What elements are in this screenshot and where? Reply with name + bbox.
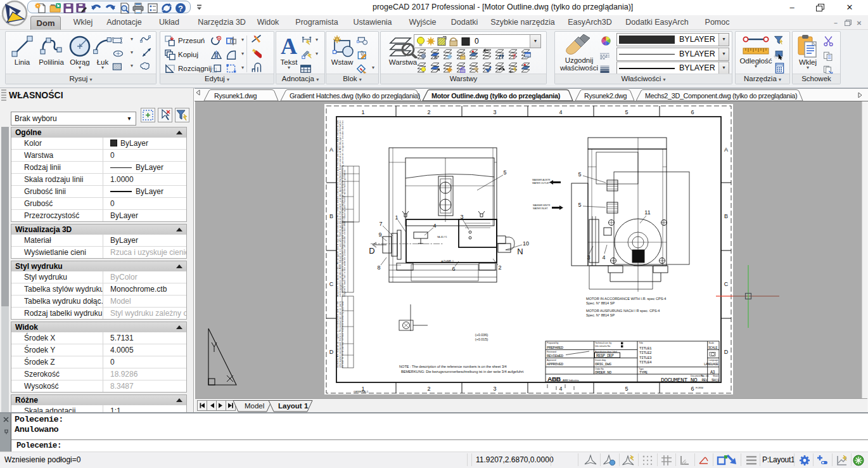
svg-text:Type: Type	[639, 368, 644, 370]
svg-text:11: 11	[644, 209, 650, 216]
svg-text:Motor Outline.dwg (tylko do pr: Motor Outline.dwg (tylko do przeglądania…	[431, 92, 561, 100]
svg-text:5: 5	[625, 109, 628, 115]
svg-text:9: 9	[378, 231, 381, 238]
svg-text:C: C	[329, 281, 334, 287]
svg-text:4: 4	[602, 254, 605, 261]
svg-text:Sheet: Sheet	[713, 375, 718, 377]
svg-text:WATER INLET: WATER INLET	[533, 207, 549, 210]
svg-text:D: D	[724, 349, 729, 355]
svg-text:(+0.015): (+0.015)	[475, 337, 488, 341]
svg-text:9A.4D.Y1: 9A.4D.Y1	[437, 236, 447, 238]
svg-text:RESP_DEP: RESP_DEP	[596, 354, 614, 358]
svg-text:5: 5	[578, 202, 581, 208]
svg-text:C: C	[724, 281, 729, 287]
svg-text:SCALE: SCALE	[708, 346, 717, 350]
svg-text:Layout 1: Layout 1	[278, 402, 309, 410]
svg-text:Mechs2_3D_Component.dwg (tylko: Mechs2_3D_Component.dwg (tylko do przegl…	[645, 92, 797, 100]
svg-text:Scale: Scale	[709, 342, 715, 344]
svg-text:A: A	[329, 146, 333, 153]
svg-text:ORIG_DWG: ORIG_DWG	[595, 362, 611, 367]
svg-text:2: 2	[498, 264, 501, 271]
svg-text:REVIEWED: REVIEWED	[547, 354, 563, 358]
svg-text:WASSER AUSTR: WASSER AUSTR	[532, 179, 551, 181]
svg-text:B: B	[724, 213, 728, 219]
svg-text:3: 3	[493, 109, 496, 115]
svg-text:1: 1	[361, 109, 364, 115]
svg-text:BEMERKUNG: Die bezugsnummerbes: BEMERKUNG: Die bezugsnummerbeschreibung …	[401, 370, 524, 374]
svg-text:Prepared by: Prepared by	[547, 342, 559, 344]
svg-text:LANGUAGE: LANGUAGE	[704, 363, 718, 367]
svg-text:WASSER EINTR: WASSER EINTR	[533, 204, 551, 207]
svg-text:6: 6	[691, 386, 694, 392]
svg-text:Gradient Hatches.dwg (tylko do: Gradient Hatches.dwg (tylko do przegląda…	[290, 92, 420, 100]
svg-text:TYPE: TYPE	[639, 370, 648, 375]
svg-text:Approved: Approved	[547, 359, 556, 361]
svg-text:NOTE : The description of the: NOTE : The description of the reference …	[399, 365, 507, 368]
svg-text:Language: Language	[709, 359, 718, 361]
svg-text:Order No: Order No	[595, 368, 604, 370]
svg-text:4: 4	[433, 223, 436, 229]
svg-text:Reviewed: Reviewed	[547, 351, 556, 353]
svg-text:2: 2	[427, 109, 430, 115]
svg-text:3: 3	[460, 214, 463, 220]
svg-text:5: 5	[625, 386, 628, 392]
svg-text:N: N	[517, 247, 523, 256]
svg-text:Model: Model	[245, 402, 264, 410]
svg-text:A: A	[724, 146, 728, 153]
svg-text:Drawn dwg.: Drawn dwg.	[595, 359, 606, 361]
svg-text:Rysunek1.dwg: Rysunek1.dwg	[214, 92, 257, 100]
svg-text:thereof to third parties witho: thereof to third parties without express…	[341, 301, 344, 368]
svg-text:D: D	[369, 246, 374, 256]
svg-text:ORDER_NO: ORDER_NO	[595, 370, 611, 375]
svg-text:DOCUMENT_NO: DOCUMENT_NO	[661, 377, 698, 384]
svg-text:A3: A3	[710, 370, 715, 375]
svg-text:TITLE3: TITLE3	[639, 356, 652, 360]
svg-text:MOTOR AUSFURUNG NACH I R spec: MOTOR AUSFURUNG NACH I R spec. CPS-4	[586, 309, 660, 313]
svg-text:ABB Industria: ABB Industria	[563, 379, 579, 382]
svg-text:Rev. ind.: Rev. ind.	[701, 375, 709, 377]
svg-text:ABB: ABB	[547, 376, 561, 382]
svg-text:3: 3	[587, 254, 590, 261]
svg-text:Spec. N° 8814 SP: Spec. N° 8814 SP	[586, 313, 615, 317]
svg-text:?: ?	[178, 4, 183, 13]
svg-text:Info remarks No: Info remarks No	[595, 345, 610, 348]
svg-text:4: 4	[559, 386, 562, 392]
svg-text:7: 7	[379, 221, 382, 227]
svg-text:SH(1: SH(1	[712, 378, 720, 382]
svg-text:MOTOR IN ACCORDANCE WITH I.R.: MOTOR IN ACCORDANCE WITH I.R. spec CPS-4	[586, 297, 666, 301]
svg-text:6: 6	[452, 266, 455, 272]
svg-text:GENERAL1: GENERAL1	[354, 390, 369, 393]
svg-text:5: 5	[578, 171, 581, 178]
svg-text:2: 2	[427, 386, 430, 392]
svg-text:4: 4	[559, 109, 562, 115]
svg-text:⊕2xM6 ▯: ⊕2xM6 ▯	[441, 259, 454, 263]
svg-text:5: 5	[503, 169, 506, 176]
svg-text:3: 3	[493, 386, 496, 392]
svg-text:TITLE1: TITLE1	[639, 346, 652, 351]
svg-text:TITLE4: TITLE4	[639, 360, 652, 365]
svg-text:?: ?	[513, 52, 516, 60]
svg-text:Rysunek2.dwg: Rysunek2.dwg	[584, 92, 627, 100]
svg-text:WATER OUTLET: WATER OUTLET	[532, 182, 551, 185]
svg-text:TITLE2: TITLE2	[639, 351, 652, 355]
svg-text:8: 8	[377, 264, 380, 271]
svg-text:Spec. N° 8814 SP: Spec. N° 8814 SP	[586, 301, 615, 305]
svg-text:REV: REV	[702, 378, 708, 382]
svg-text:PREPARED: PREPARED	[547, 346, 563, 350]
svg-text:mitgeteilt noch fuer einen and: mitgeteilt noch fuer einen anderen Zweck…	[343, 170, 346, 297]
svg-text:APPROVED: APPROVED	[547, 362, 563, 367]
svg-text:FORM: FORM	[696, 386, 703, 389]
svg-text:D: D	[329, 349, 334, 355]
svg-text:A: A	[281, 34, 297, 58]
svg-text:1: 1	[395, 214, 398, 221]
svg-text:B: B	[329, 213, 333, 219]
svg-text:6: 6	[691, 109, 694, 115]
svg-text:10: 10	[523, 240, 529, 247]
svg-text:(+0.036): (+0.036)	[475, 333, 488, 337]
svg-text:Technical corr. by: Technical corr. by	[595, 342, 611, 344]
svg-text:Approbation dept. label: Approbation dept. label	[595, 351, 617, 353]
svg-text:Title: Title	[639, 342, 643, 344]
